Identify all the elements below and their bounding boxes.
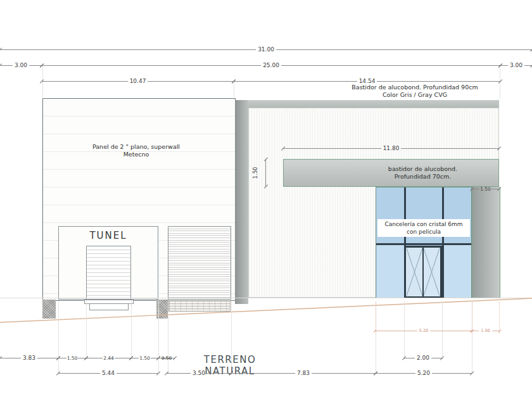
dim-span: 25.00	[42, 61, 500, 69]
side-column-panel	[472, 187, 500, 298]
dim-label: 11.80	[381, 145, 402, 152]
dim-red-glass: 5.20	[376, 327, 472, 334]
dim-label: 1.50	[252, 167, 258, 179]
dim-label: 5.20	[417, 327, 430, 334]
dim-label: 10.47	[128, 78, 148, 85]
note-line: Panel de 2 " plano, superwall	[73, 143, 200, 151]
dim-tunnel-door: 2.44	[86, 354, 131, 362]
dim-label: 25.00	[261, 62, 281, 69]
dim-line	[29, 65, 42, 66]
extension-line	[131, 301, 132, 359]
extension-line-red	[499, 302, 500, 334]
dim-recess-right: 1.50	[131, 354, 158, 362]
note-line: Cancelería con cristal 6mm	[379, 220, 469, 228]
extension-line	[158, 301, 159, 374]
dim-line	[207, 373, 231, 374]
note-panel-superwall: Panel de 2 " plano, superwall Metecno	[73, 143, 200, 158]
note-line: Profundidad 70cm.	[347, 173, 498, 180]
dim-line	[131, 358, 139, 358]
dim-label: 3.00	[508, 62, 524, 69]
dim-line	[148, 81, 234, 82]
dim-line	[431, 358, 442, 358]
dim-recess-left: 1.50	[58, 354, 86, 362]
dim-right-margin: 3.00	[500, 61, 532, 69]
dim-red-offset: 1.50	[472, 327, 499, 334]
mullion	[442, 187, 444, 298]
dim-line	[377, 81, 500, 82]
tunnel-sectional-door	[86, 246, 131, 300]
dim-line	[276, 49, 532, 50]
dim-band-width: 11.80	[283, 144, 499, 152]
dim-left-margin: 3.00	[0, 61, 42, 69]
dim-line	[231, 373, 295, 374]
dim-line	[0, 65, 13, 66]
dim-line	[115, 358, 131, 358]
dim-label: 1.50	[479, 327, 491, 334]
note-bastidor-90: Bastidor de alucobond. Profundidad 90cm …	[336, 84, 494, 99]
note-line: Metecno	[73, 151, 200, 158]
dim-line	[58, 373, 100, 374]
dim-line	[401, 148, 499, 149]
dim-label: 2.00	[415, 355, 431, 362]
dim-label: 1.50	[139, 355, 151, 362]
dim-label: 1.50	[479, 186, 491, 193]
dim-label: 5.44	[100, 370, 117, 377]
extension-line	[168, 301, 168, 374]
dim-line	[172, 358, 175, 358]
extension-line	[58, 301, 59, 374]
dim-label-struck: 0.50	[161, 355, 173, 362]
elevation-drawing: 31.00 3.00 25.00 3.00 10.47 14.54 Bastid…	[0, 0, 532, 399]
alucobond-band: bastidor de alucobond. Profundidad 70cm.	[283, 159, 499, 187]
dim-label: 3.00	[13, 62, 29, 69]
dim-line	[58, 358, 66, 358]
dim-left-building: 10.47	[42, 77, 234, 85]
dim-line	[432, 373, 472, 374]
dim-label: 3.50	[191, 370, 207, 377]
dim-line	[42, 81, 128, 82]
glass-pane	[377, 245, 405, 298]
right-building-side-wall	[235, 100, 248, 304]
note-canceleria: Cancelería con cristal 6mm con película	[377, 219, 470, 237]
dim-line	[312, 373, 376, 374]
note-line: Bastidor de alucobond. Profundidad 90cm	[336, 84, 494, 91]
rollup-door	[168, 226, 231, 300]
dim-glass-width: 5.20	[376, 369, 472, 377]
dim-right-offset: 1.50	[472, 185, 499, 193]
note-line: Color Gris / Gray CVG	[336, 91, 494, 99]
dim-line	[524, 65, 532, 66]
dim-label: 2.44	[103, 355, 115, 362]
dim-rollup: 3.50	[167, 369, 231, 377]
footing-left	[42, 300, 56, 319]
masonry-base-strip	[168, 300, 231, 312]
dim-line	[404, 358, 415, 358]
dim-line	[265, 159, 266, 187]
dim-band-height: 1.50	[252, 159, 266, 187]
dim-line	[500, 65, 508, 66]
dim-line	[117, 373, 158, 374]
note-line: bastidor de alucobond.	[347, 165, 498, 173]
dim-line	[430, 331, 472, 331]
dim-line	[86, 358, 103, 358]
dim-label: 7.83	[295, 370, 312, 377]
note-bastidor-70: bastidor de alucobond. Profundidad 70cm.	[347, 165, 498, 180]
dim-line	[0, 358, 21, 358]
dim-line	[376, 331, 417, 331]
dim-line	[472, 189, 479, 189]
transom	[376, 243, 471, 245]
dim-pier: 0.50	[158, 354, 175, 362]
dim-total-width: 31.00	[0, 46, 532, 53]
tunnel-label: TUNEL	[59, 230, 158, 241]
base-line	[0, 298, 532, 298]
dim-terrain-left: 3.83	[0, 354, 58, 362]
note-line: con película	[379, 228, 469, 236]
dim-label: 5.20	[415, 370, 432, 377]
dim-line	[37, 358, 58, 358]
dim-line	[283, 148, 381, 149]
dim-line	[491, 189, 499, 189]
glass-entry-door	[404, 246, 442, 298]
dim-line	[281, 65, 500, 66]
dock-platform-step	[89, 303, 129, 310]
dim-label: 3.83	[21, 355, 37, 362]
door-swing-marks	[406, 248, 440, 296]
dim-line	[492, 331, 499, 331]
